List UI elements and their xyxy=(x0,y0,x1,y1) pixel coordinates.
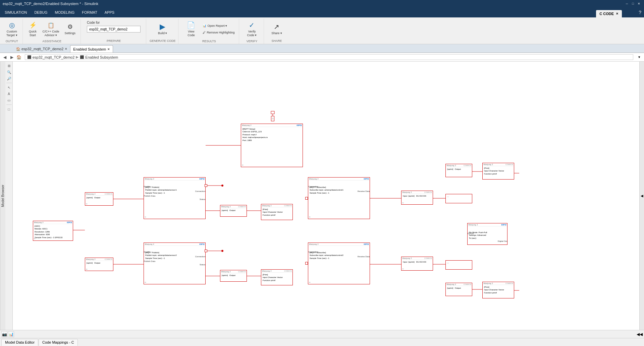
input-block-2-title: Wanjung 2 xyxy=(86,258,95,260)
menu-simulation[interactable]: SIMULATION xyxy=(1,9,30,16)
remove-highlighting-button[interactable]: 🖊 Remove Highlighting xyxy=(201,30,236,35)
tab-subsystem-close[interactable]: ✕ xyxy=(107,48,110,51)
status-block-2b[interactable]: Wanjung 2 COMMON [Print]Input Character … xyxy=(261,269,293,285)
share-button[interactable]: ↗ Share ▾ xyxy=(267,21,286,37)
input-block-2-resize[interactable]: ✏ xyxy=(86,268,88,270)
output-block-2[interactable]: Wanjung 2 COMMON Input [sprint] D1>D2>D3… xyxy=(401,257,433,271)
tab-enabled-subsystem[interactable]: Enabled Subsystem ✕ xyxy=(70,45,113,53)
minimize-button[interactable]: ─ xyxy=(625,1,629,6)
right-block-3[interactable]: ... xyxy=(445,260,472,270)
breadcrumb-subsystem[interactable]: Enabled Subsystem xyxy=(85,55,118,59)
status-block-1b[interactable]: Wanjung 2 COMMON [Print]Input Character … xyxy=(261,204,293,220)
status-2b-content: [Print]Input Character VectorFunction pr… xyxy=(261,273,292,282)
right-block-4[interactable]: Wanjung 2 COMMON [sprint] Output xyxy=(445,283,472,296)
right-panel-toggle[interactable]: ◀ xyxy=(639,62,644,330)
close-button[interactable]: ✕ xyxy=(637,1,641,6)
menu-format[interactable]: FORMAT xyxy=(78,9,101,16)
breadcrumb-model[interactable]: esp32_mqtt_TCP_demo2 xyxy=(33,55,74,59)
verify-code-button[interactable]: ✓ VerifyCode ▾ xyxy=(243,19,261,39)
window-controls: ─ □ ✕ xyxy=(625,1,641,6)
svg-rect-1 xyxy=(271,111,274,114)
collapse-left-button[interactable]: ◀◀ xyxy=(637,331,643,337)
publish-2-data-label: Publish Data xyxy=(143,260,156,263)
breadcrumb-dropdown-button[interactable]: ▾ xyxy=(636,55,643,59)
view-code-button[interactable]: 📄 ViewCode xyxy=(182,19,200,39)
select-tool[interactable]: ↖ xyxy=(6,85,12,90)
model-browser-label: Model Browser xyxy=(1,185,5,207)
subscribe-1-resize[interactable]: ✏ xyxy=(309,216,311,218)
menu-modeling[interactable]: MODELING xyxy=(52,9,78,16)
right-block-1b[interactable]: Wanjung 2 COMMON [Print]Input Character … xyxy=(482,163,514,180)
model-browser-tab[interactable]: Model Browser xyxy=(0,62,5,330)
custom-target-button[interactable]: ◎ CustomTarget ▾ xyxy=(4,19,20,39)
output-1-title: Wanjung 2 xyxy=(402,191,412,193)
main-layout: Model Browser ⊞ 🔍 🔎 ↖ A ▭ □ xyxy=(0,62,644,330)
nav-up-button[interactable]: 🏠 xyxy=(15,54,22,61)
mqtt-setup-resize[interactable]: ✏ xyxy=(242,164,244,166)
right-1-title: Wanjung 2 xyxy=(446,164,456,166)
right-block-1[interactable]: Wanjung 2 COMMON [sprint] Output xyxy=(445,164,472,177)
sub1-conn-left: Connection xyxy=(308,185,319,188)
help-button[interactable]: ? xyxy=(639,10,641,15)
text-tool[interactable]: A xyxy=(6,91,12,96)
publish-1-resize[interactable]: ✏ xyxy=(145,216,146,218)
mqtt-setup-block[interactable]: Wanjung 2 ESP32 [MQTT Setup] Client id: … xyxy=(241,124,303,167)
bottom-icon-1[interactable]: 📷 xyxy=(1,331,7,337)
maximize-button[interactable]: □ xyxy=(631,1,635,6)
tab-main-model[interactable]: 🏠 esp32_mqtt_TCP_demo2 ✕ xyxy=(13,45,70,53)
adc-resize[interactable]: ✏ xyxy=(34,237,36,240)
mqtt-publish-1-block[interactable]: Wanjung 2 ESP32 Enable Publish Data Conn… xyxy=(144,177,206,219)
input-block-2[interactable]: Wanjung 2 COMMON [sprint] Output ✏ xyxy=(85,258,113,271)
open-report-button[interactable]: 📊 Open Report ▾ xyxy=(201,23,236,28)
mqtt-subscribe-2-block[interactable]: Wanjung 2 ESP32 Connection Receive Data … xyxy=(308,243,370,284)
right-block-2[interactable]: ... xyxy=(445,194,472,203)
settings-icon: ⚙ xyxy=(66,23,74,31)
separator-1 xyxy=(6,83,12,83)
tab-ccode-close[interactable]: ✕ xyxy=(616,12,619,15)
mqtt-subscribe-1-block[interactable]: Wanjung 2 ESP32 Connection Receive Data … xyxy=(308,177,370,219)
code-for-input[interactable] xyxy=(87,26,141,32)
open-report-label: Open Report ▾ xyxy=(207,24,227,27)
right-block-4b[interactable]: Wanjung 2 COMMON [Print]Input Character … xyxy=(482,282,514,298)
mqtt-setup-content: [MQTT Setup] Client id: ESP32_123 Protoc… xyxy=(241,127,303,142)
canvas-area[interactable]: Wanjung 2 ESP32 [MQTT Setup] Client id: … xyxy=(13,62,644,330)
menu-debug[interactable]: DEBUG xyxy=(31,9,51,16)
nav-forward-button[interactable]: ▶ xyxy=(8,54,15,61)
input-block-1[interactable]: Wanjung 2 COMMON [sprint] Output ✏ xyxy=(85,192,113,206)
status-block-1a[interactable]: Wanjung 2 COMMON [sprint] Output xyxy=(220,205,247,217)
output-1-resize[interactable]: ✏ xyxy=(402,202,404,204)
status-block-2a[interactable]: Wanjung 2 COMMON [sprint] Output xyxy=(220,270,247,282)
tab-model-data-editor[interactable]: Model Data Editor xyxy=(1,339,38,346)
box-tool[interactable]: □ xyxy=(6,107,12,112)
tab-ccode[interactable]: C CODE ✕ xyxy=(596,10,622,17)
quick-start-button[interactable]: ⚡ QuickStart xyxy=(26,19,40,39)
area-tool[interactable]: ▭ xyxy=(6,97,12,103)
zoom-in-button[interactable]: 🔍 xyxy=(6,69,12,75)
tab-main-close[interactable]: ✕ xyxy=(65,47,67,51)
output-block-1[interactable]: Wanjung 2 COMMON Input [sprint] D1>D2>D3… xyxy=(401,191,433,205)
input-block-1-resize[interactable]: ✏ xyxy=(86,203,88,205)
output-2-resize[interactable]: ✏ xyxy=(402,268,404,270)
settings-button[interactable]: ⚙ Settings xyxy=(62,21,78,37)
bottom-icon-2[interactable]: 📊 xyxy=(8,331,14,337)
window-title: esp32_mqtt_TCP_demo2/Enabled Subsystem *… xyxy=(3,2,98,6)
cpp-advisor-button[interactable]: 📋 C/C++ CodeAdvisor ▾ xyxy=(40,19,62,39)
group-label-assistance: ASSISTANCE xyxy=(43,40,61,44)
menu-apps[interactable]: APPS xyxy=(101,9,118,16)
subscribe-2-resize[interactable]: ✏ xyxy=(309,281,311,283)
adc-block[interactable]: Wanjung 2 ESP32 [ADC] Module: ADC1 Resol… xyxy=(33,221,73,241)
zoom-out-button[interactable]: 🔎 xyxy=(6,76,12,81)
mqtt-publish-2-block[interactable]: Wanjung 2 ESP32 Enable Publish Data Conn… xyxy=(144,243,206,284)
publish-2-resize[interactable]: ✏ xyxy=(145,281,146,283)
adc-header: Wanjung 2 ESP32 xyxy=(33,221,73,224)
enable-port-indicator: □ xyxy=(271,116,274,121)
tab-code-mappings[interactable]: Code Mappings - C xyxy=(39,339,78,346)
nav-back-button[interactable]: ◀ xyxy=(1,54,8,61)
mqtt-subscribe-1-tag: ESP32 xyxy=(364,178,369,180)
zoom-fit-button[interactable]: ⊞ xyxy=(6,63,12,68)
mqtt-setup-header: Wanjung 2 ESP32 xyxy=(241,124,303,127)
group-label-results: RESULTS xyxy=(202,40,216,44)
gpio-out-block[interactable]: Wanjung 2 ESP32 GPIO0 Digital Out Pin Mo… xyxy=(467,223,507,245)
build-button[interactable]: ▶ Build ▾ xyxy=(153,21,172,37)
input-block-2-content: [sprint] Output xyxy=(85,261,113,265)
